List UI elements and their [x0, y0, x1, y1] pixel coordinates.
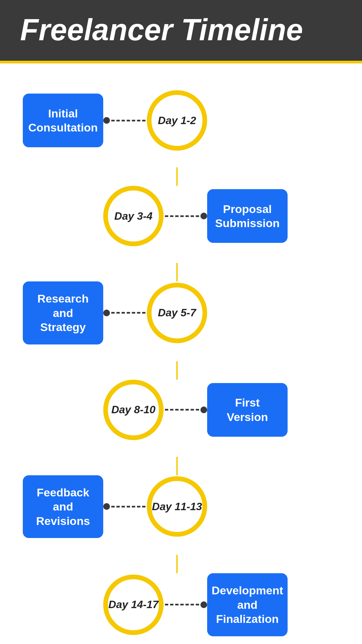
timeline-row: Day 14-17 Development and Finalization — [20, 573, 342, 636]
label-research-strategy: Research and Strategy — [23, 281, 103, 344]
timeline-row: Day 8-10 First Version — [20, 380, 342, 440]
connector-dot — [200, 407, 207, 413]
day-circle-5: Day 11-13 — [147, 476, 207, 537]
connector-line — [111, 312, 145, 314]
label-proposal-submission: Proposal Submission — [207, 189, 288, 243]
connector-line — [165, 409, 199, 411]
connector-line — [111, 120, 145, 121]
connector-line — [165, 604, 199, 605]
label-initial-consultation: Initial Consultation — [23, 94, 103, 147]
label-development-finalization: Development and Finalization — [207, 573, 288, 636]
timeline-row: Day 3-4 Proposal Submission — [20, 186, 342, 246]
page-header: Freelancer Timeline — [0, 0, 362, 63]
timeline-row: Research and Strategy Day 5-7 — [20, 281, 342, 344]
vertical-line — [176, 555, 178, 573]
label-first-version: First Version — [207, 383, 288, 437]
connector-line — [111, 506, 145, 507]
timeline: Initial Consultation Day 1-2 Day 3-4 Pro… — [0, 63, 362, 644]
day-circle-3: Day 5-7 — [147, 283, 207, 343]
timeline-row: Feedback and Revisions Day 11-13 — [20, 475, 342, 538]
vertical-line — [176, 361, 178, 380]
timeline-row: Initial Consultation Day 1-2 — [20, 90, 342, 151]
day-circle-6: Day 14-17 — [103, 575, 164, 635]
connector-dot — [103, 117, 110, 124]
vertical-line — [176, 263, 178, 281]
connector-dot — [200, 601, 207, 608]
connector-dot — [200, 213, 207, 219]
day-circle-4: Day 8-10 — [103, 380, 164, 440]
page-title: Freelancer Timeline — [20, 13, 342, 47]
connector-line — [165, 215, 199, 217]
connector-dot — [103, 310, 110, 316]
vertical-line — [176, 457, 178, 475]
day-circle-1: Day 1-2 — [147, 90, 207, 151]
vertical-line — [176, 167, 178, 186]
label-feedback-revisions: Feedback and Revisions — [23, 475, 103, 538]
day-circle-2: Day 3-4 — [103, 186, 164, 246]
connector-dot — [103, 503, 110, 510]
